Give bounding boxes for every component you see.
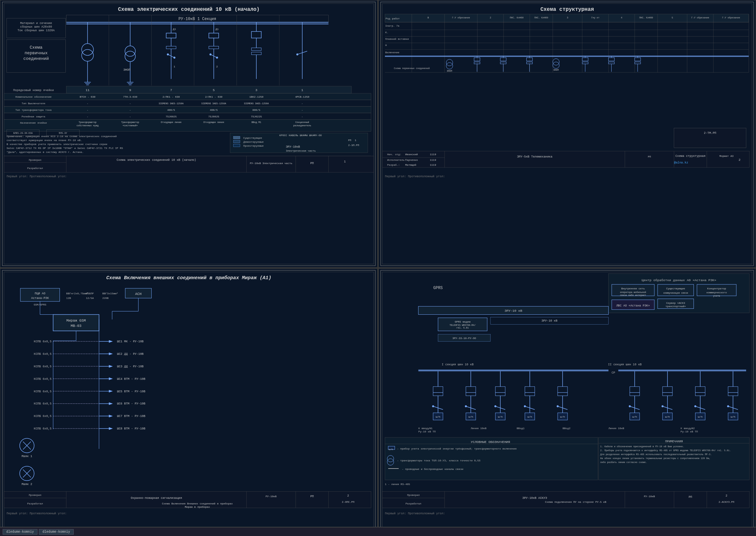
svg-text:Маяк 2: Маяк 2: [22, 483, 32, 486]
svg-text:Первый угол: Противоположный у: Первый угол: Противоположный угол:: [7, 175, 67, 178]
svg-text:Матющий: Матющий: [405, 163, 417, 166]
svg-text:ШС2 ДД - РУ-10В: ШС2 ДД - РУ-10В: [117, 352, 144, 356]
svg-text:Проектируемые: Проектируемые: [243, 144, 263, 147]
svg-text:Г-У обрезания: Г-У обрезания: [691, 17, 709, 19]
svg-text:w/h: w/h: [498, 415, 503, 418]
svg-text:SIEMENS 3AE5-1250A: SIEMENS 3AE5-1250A: [244, 102, 269, 105]
svg-text:2: 2: [726, 494, 727, 497]
svg-point-408: [524, 405, 526, 407]
svg-text:2/ЛК1 - 630: 2/ЛК1 - 630: [162, 95, 180, 98]
svg-text:1. Кабели и обозначения присое: 1. Кабели и обозначения присоединений в …: [601, 445, 684, 448]
svg-rect-130: [233, 144, 240, 147]
svg-text:Линия 10кВ: Линия 10кВ: [471, 427, 487, 430]
svg-text:Схема структурная: Схема структурная: [675, 154, 705, 158]
svg-text:7SJ6225: 7SJ6225: [251, 115, 262, 118]
svg-text:Г-У обрезания: Г-У обрезания: [452, 17, 470, 19]
svg-text:Тип Выключателя: Тип Выключателя: [22, 102, 46, 105]
svg-text:Разработал: Разработал: [27, 167, 43, 170]
svg-text:Ру-10 кВ ТП: Ру-10 кВ ТП: [419, 430, 436, 433]
svg-text:КСПБ 6х0,5: КСПБ 6х0,5: [34, 415, 52, 418]
svg-text:ВТСН - 630: ВТСН - 630: [80, 95, 95, 98]
svg-text:ПНС. КлН60: ПНС. КлН60: [534, 17, 548, 19]
svg-text:Включение: Включение: [385, 51, 399, 54]
svg-text:соответствует нумерации ячеек : соответствует нумерации ячеек на плане Р…: [7, 139, 82, 142]
svg-text:w/h: w/h: [527, 415, 532, 418]
svg-text:Схема электрических соединений: Схема электрических соединений 10 кВ (на…: [117, 158, 196, 162]
taskbar-item-1[interactable]: dledume-komniy: [3, 529, 38, 535]
svg-text:4РСВ-1250: 4РСВ-1250: [295, 95, 309, 98]
svg-text:Линия 10кВ: Линия 10кВ: [609, 427, 624, 430]
svg-text:Мираж в приборах: Мираж в приборах: [185, 505, 210, 508]
svg-text:Демонтируемые: Демонтируемые: [243, 140, 263, 143]
svg-text:Плавкий вставки: Плавкий вставки: [385, 38, 409, 41]
svg-text:-: -: [87, 102, 88, 105]
svg-text:Материал и сечение: Материал и сечение: [20, 22, 52, 25]
svg-text:Порядковый номер ячейки: Порядковый номер ячейки: [13, 89, 54, 92]
svg-text:1: 1: [301, 88, 303, 92]
svg-text:Первый угол: Противоположный у: Первый угол: Противоположный угол:: [7, 512, 67, 515]
svg-point-438: [727, 405, 729, 407]
svg-text:Схема: Схема: [30, 45, 43, 50]
svg-rect-107: [4, 120, 371, 132]
svg-text:1119: 1119: [430, 163, 436, 166]
svg-text:ВВод2: ВВод2: [563, 427, 570, 430]
svg-text:Внутренняя сеть: Внутренняя сеть: [621, 287, 645, 290]
svg-text:@alna.kz: @alna.kz: [674, 161, 688, 164]
svg-text:Сервер «АСК3: Сервер «АСК3: [666, 302, 685, 305]
svg-text:Астана-РЗК: Астана-РЗК: [31, 297, 49, 300]
svg-text:SIEMENS 3AE5-1250A: SIEMENS 3AE5-1250A: [201, 102, 226, 105]
svg-text:12В: 12В: [66, 297, 71, 300]
svg-text:Маяк 1: Маяк 1: [22, 455, 32, 458]
svg-text:w/h: w/h: [435, 415, 440, 418]
svg-text:РП: РП: [648, 155, 651, 158]
svg-text:1: 1: [355, 139, 356, 142]
svg-text:1: 1: [344, 160, 346, 163]
svg-text:ЗРУ-10кВ АСКУЭ: ЗРУ-10кВ АСКУЭ: [522, 496, 547, 500]
svg-text:TELEOFIS WRX708-R4/: TELEOFIS WRX708-R4/: [449, 324, 475, 326]
svg-text:Нач. отд:: Нач. отд:: [387, 153, 401, 156]
svg-point-36: [173, 56, 175, 58]
svg-text:Г-У обрезания: Г-У обрезания: [722, 17, 740, 19]
svg-text:5: 5: [213, 88, 215, 92]
svg-text:ЗРУ-10 кВ: ЗРУ-10 кВ: [541, 319, 558, 322]
svg-text:2/ЛК1 - 630: 2/ЛК1 - 630: [205, 95, 223, 98]
svg-text:2-АСКУЭ.РП: 2-АСКУЭ.РП: [718, 500, 734, 503]
svg-text:ПРИМЕЧАНИЯ: ПРИМЕЧАНИЯ: [665, 440, 683, 443]
svg-text:2-ОПС.РП: 2-ОПС.РП: [342, 500, 354, 503]
svg-text:7: 7: [170, 88, 172, 92]
svg-text:I секция шин 10 кВ: I секция шин 10 кВ: [442, 363, 474, 366]
svg-text:ШС3 ДД - РУ-10В: ШС3 ДД - РУ-10В: [117, 365, 144, 368]
taskbar-item-2[interactable]: dledume-komniy: [39, 529, 74, 535]
svg-text:Проверил: Проверил: [407, 493, 420, 496]
svg-text:КСПБ 6х0,5: КСПБ 6х0,5: [34, 352, 52, 356]
svg-rect-232: [382, 151, 749, 167]
svg-text:Разработал: Разработал: [27, 502, 43, 505]
svg-text:-: -: [129, 102, 131, 105]
svg-text:Ру-10 кВ ТП: Ру-10 кВ ТП: [681, 430, 698, 433]
svg-text:-: -: [87, 115, 88, 118]
svg-text:-: -: [301, 115, 303, 118]
panel-top-right: Схема структурная Род работ B Г-У обреза…: [378, 0, 756, 268]
svg-text:Отходящая линия: Отходящая линия: [203, 121, 224, 124]
svg-text:транспортный»: транспортный»: [666, 305, 686, 308]
svg-text:КСПБ 6х0,5: КСПБ 6х0,5: [34, 378, 52, 381]
svg-text:2: 2: [216, 65, 218, 68]
svg-text:Схема структурная: Схема структурная: [540, 7, 594, 13]
svg-text:1ВК2-1250: 1ВК2-1250: [249, 95, 263, 98]
svg-text:КСПБ 6х0,5: КСПБ 6х0,5: [34, 390, 52, 393]
svg-text:В качестве приборов учета прим: В качестве приборов учета применить элек…: [7, 143, 107, 146]
svg-rect-358: [697, 285, 737, 296]
svg-text:РУ-10кВ 1 Секция: РУ-10кВ 1 Секция: [179, 17, 217, 21]
svg-point-426: [662, 405, 664, 407]
svg-text:2. Приборы учета подключаются : 2. Приборы учета подключаются к интерфей…: [601, 449, 731, 452]
svg-text:К вводуN1: К вводуN1: [419, 427, 432, 430]
svg-text:2: 2: [739, 158, 740, 162]
svg-text:Трансформатор: Трансформатор: [79, 121, 96, 124]
svg-text:ФЛ5-3У: ФЛ5-3У: [59, 132, 67, 134]
svg-text:Первый угол: Противоположный у: Первый угол: Противоположный угол:: [385, 175, 445, 178]
svg-rect-129: [233, 140, 240, 143]
svg-text:коммуникации связи: коммуникации связи: [663, 292, 688, 294]
svg-text:Проверил: Проверил: [29, 158, 42, 161]
svg-rect-91: [4, 107, 371, 113]
svg-text:Ток сборных шин 1320А: Ток сборных шин 1320А: [17, 29, 54, 32]
